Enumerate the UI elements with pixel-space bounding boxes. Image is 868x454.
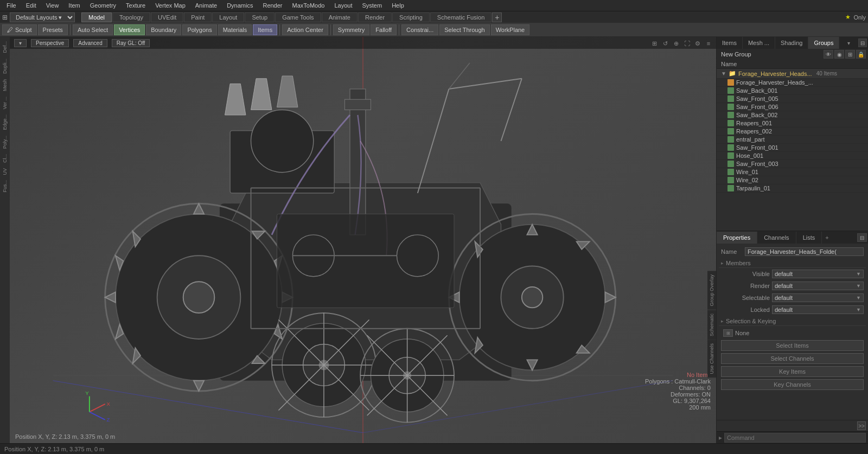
menu-item[interactable]: Item (64, 1, 84, 10)
menu-texture[interactable]: Texture (122, 1, 150, 10)
symmetry-button[interactable]: Symmetry (333, 24, 370, 35)
perspective-button[interactable]: Perspective (31, 39, 69, 47)
locked-dropdown[interactable]: default ▼ (772, 305, 864, 314)
list-item[interactable]: entral_part (717, 136, 868, 144)
select-channels-button[interactable]: Select Channels (721, 353, 864, 364)
add-tab-button[interactable]: + (822, 234, 832, 241)
list-item[interactable]: Saw_Front_005 (717, 95, 868, 103)
expand-button[interactable]: >> (857, 421, 866, 430)
list-item[interactable]: Saw_Front_006 (717, 103, 868, 111)
menu-dynamics[interactable]: Dynamics (222, 1, 257, 10)
list-item[interactable]: Saw_Front_001 (717, 144, 868, 152)
list-item[interactable]: Saw_Back_001 (717, 87, 868, 95)
polygons-button[interactable]: Polygons (182, 24, 216, 35)
edge-tab-use-channels[interactable]: Use Channels (707, 340, 716, 378)
boundary-button[interactable]: Boundary (146, 24, 181, 35)
viewport-icon-4[interactable]: ⛶ (682, 39, 691, 48)
left-tab-fus[interactable]: Fus... (1, 178, 9, 195)
raygl-button[interactable]: Ray GL: Off (112, 39, 150, 47)
menu-help[interactable]: Help (387, 1, 409, 10)
tab-shading[interactable]: Shading (775, 37, 808, 49)
visible-dropdown[interactable]: default ▼ (772, 270, 864, 278)
tab-scripting[interactable]: Scripting (392, 12, 430, 22)
menu-layout[interactable]: Layout (330, 1, 356, 10)
props-collapse-btn[interactable]: ⊟ (857, 233, 867, 242)
list-item[interactable]: Hose_001 (717, 152, 868, 160)
list-item[interactable]: Saw_Front_003 (717, 160, 868, 168)
left-tab-edge[interactable]: Edge... (1, 112, 9, 132)
select-through-button[interactable]: Select Through (439, 24, 489, 35)
viewport-icon-5[interactable]: ⚙ (693, 39, 702, 48)
menu-animate[interactable]: Animate (191, 1, 221, 10)
command-input[interactable] (724, 433, 866, 443)
materials-button[interactable]: Materials (218, 24, 252, 35)
list-item[interactable]: Wire_02 (717, 176, 868, 184)
items-list[interactable]: ▼ 📁 Forage_Harvester_Heads... 40 Items F… (717, 69, 868, 231)
menu-render[interactable]: Render (258, 1, 286, 10)
viewport-dropdown-btn[interactable]: ▾ (14, 39, 27, 47)
tab-groups[interactable]: Groups (808, 37, 839, 49)
tab-properties[interactable]: Properties (717, 232, 757, 244)
left-tab-dupl[interactable]: Dupli... (1, 56, 9, 76)
viewport-icon-6[interactable]: ≡ (704, 39, 713, 48)
render-dropdown[interactable]: default ▼ (772, 282, 864, 290)
tab-render[interactable]: Render (358, 12, 392, 22)
viewport-icon-1[interactable]: ⊞ (650, 39, 659, 48)
auto-select-button[interactable]: Auto Select (73, 24, 113, 35)
tab-layout[interactable]: Layout (212, 12, 244, 22)
edge-tab-group-overlay[interactable]: Group Overlay (707, 271, 716, 310)
panel-collapse-btn[interactable]: ⊟ (858, 39, 867, 47)
presets-button[interactable]: Presets (38, 24, 68, 35)
tab-mesh[interactable]: Mesh ... (743, 37, 775, 49)
panel-tool-eye[interactable]: 👁 (824, 50, 833, 59)
menu-geometry[interactable]: Geometry (86, 1, 120, 10)
vertices-button[interactable]: Vertices (114, 24, 145, 35)
left-tab-def[interactable]: Def... (1, 39, 9, 55)
layout-dropdown[interactable]: Default Layouts ▾ (10, 12, 75, 22)
workplane-button[interactable]: WorkPlane (491, 24, 530, 35)
list-item[interactable]: Forage_Harvester_Heads_... (717, 79, 868, 87)
viewport-icon-2[interactable]: ↺ (661, 39, 669, 48)
tab-channels[interactable]: Channels (757, 232, 796, 244)
list-item[interactable]: Reapers_002 (717, 127, 868, 136)
edge-tab-schematic[interactable]: Schematic (707, 310, 716, 340)
viewport-icon-3[interactable]: ⊕ (672, 39, 680, 48)
tab-topology[interactable]: Topology (112, 12, 150, 22)
tab-setup[interactable]: Setup (245, 12, 275, 22)
tab-uvedit[interactable]: UVEdit (151, 12, 183, 22)
left-tab-uv[interactable]: UV (1, 166, 9, 177)
left-tab-cl[interactable]: Cl... (1, 152, 9, 165)
advanced-button[interactable]: Advanced (73, 39, 107, 47)
tab-lists[interactable]: Lists (796, 232, 822, 244)
menu-maxtomodo[interactable]: MaxToModo (288, 1, 329, 10)
panel-tool-lock[interactable]: 🔒 (856, 50, 866, 59)
menu-view[interactable]: View (42, 1, 63, 10)
add-layout-button[interactable]: + (492, 12, 502, 22)
new-group-button[interactable]: New Group (719, 51, 754, 57)
panel-tab-dropdown[interactable]: ▾ (844, 40, 853, 46)
list-item[interactable]: Tarpaulin_01 (717, 184, 868, 193)
key-items-button[interactable]: Key Items (721, 366, 864, 377)
falloff-button[interactable]: Falloff (371, 24, 397, 35)
select-items-button[interactable]: Select Items (721, 340, 864, 351)
panel-tool-select[interactable]: ⊞ (845, 50, 855, 59)
left-tab-poly[interactable]: Poly... (1, 133, 9, 151)
action-center-button[interactable]: Action Center (282, 24, 328, 35)
panel-tool-render[interactable]: ◉ (834, 50, 844, 59)
tab-items[interactable]: Items (717, 37, 743, 49)
menu-edit[interactable]: Edit (22, 1, 41, 10)
viewport[interactable]: ▾ Perspective Advanced Ray GL: Off ⊞ ↺ ⊕… (10, 37, 716, 443)
list-item[interactable]: Wire_01 (717, 168, 868, 176)
tab-model[interactable]: Model (81, 12, 112, 22)
key-channels-button[interactable]: Key Channels (721, 379, 864, 390)
items-button[interactable]: Items (253, 24, 277, 35)
left-tab-ver[interactable]: Ver ... (1, 94, 9, 112)
list-group-harvester[interactable]: ▼ 📁 Forage_Harvester_Heads... 40 Items (717, 69, 868, 79)
tab-schematic-fusion[interactable]: Schematic Fusion (430, 12, 492, 22)
menu-vertex-map[interactable]: Vertex Map (151, 1, 190, 10)
sculpt-button[interactable]: 🖊 Sculpt (2, 24, 37, 35)
menu-file[interactable]: File (2, 1, 21, 10)
list-item[interactable]: Saw_Back_002 (717, 111, 868, 119)
left-tab-mesh[interactable]: Mesh (1, 77, 9, 93)
name-input[interactable] (745, 247, 864, 256)
